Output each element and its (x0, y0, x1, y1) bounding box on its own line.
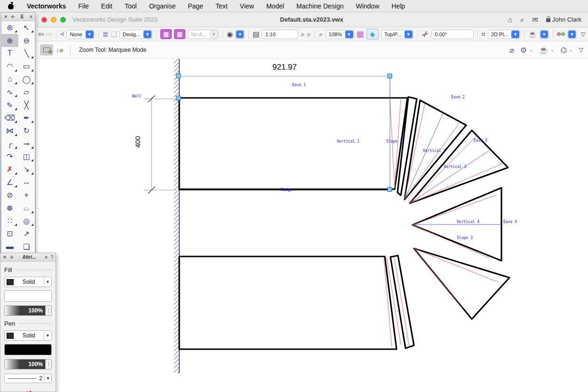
menu-tool[interactable]: Tool (125, 2, 137, 10)
layers-icon[interactable]: ≣ (103, 31, 109, 38)
saved-views-icon[interactable] (60, 31, 64, 38)
dots-vertical-icon[interactable]: ⋮ (45, 360, 51, 369)
marker-selector[interactable]: 8 (4, 390, 52, 392)
hamburger-icon[interactable]: ≡ (30, 14, 32, 19)
home-icon[interactable]: ⌂ (508, 16, 512, 24)
hamburger-icon[interactable]: ≡ (45, 255, 48, 260)
plus-icon[interactable]: ✛ (9, 255, 13, 260)
height-dimension-line[interactable] (144, 96, 177, 193)
menu-edit[interactable]: Edit (101, 2, 112, 10)
dots-vertical-icon[interactable]: ⋮ (45, 306, 51, 315)
pen-opacity-slider[interactable]: 100% ⋮ (4, 359, 52, 369)
plane-mode-dropdown[interactable]: 2D Pl... ▼ (488, 30, 520, 39)
fillet-tool[interactable]: ╭ (1, 137, 18, 150)
data-bar-icon[interactable]: ⌗ (482, 31, 485, 38)
pen-color-bar[interactable] (4, 344, 52, 355)
help-icon[interactable]: ? (50, 255, 53, 260)
stereo-glasses-icon[interactable] (557, 32, 565, 36)
width-dimension-line[interactable] (179, 76, 390, 188)
menu-organise[interactable]: Organise (149, 2, 176, 10)
render-options-teapot-icon[interactable]: ☕ (539, 46, 548, 55)
polygon-tool[interactable]: ⌂ (1, 73, 18, 86)
zoom-level-dropdown[interactable]: 108% ▼ (326, 30, 354, 39)
fill-style-dropdown[interactable]: Solid ▼ (4, 277, 52, 287)
plus-icon[interactable]: ✛ (10, 14, 14, 19)
slashed-magnifier-icon[interactable]: ⌀ (509, 46, 514, 55)
circle-tool[interactable]: ◯ (18, 73, 35, 86)
mail-icon[interactable]: ✉ (532, 16, 538, 24)
minimize-window-button[interactable] (51, 17, 56, 23)
delete-tool[interactable]: ✗ (1, 163, 18, 176)
layer-plane-icon[interactable]: ◈ (366, 29, 379, 40)
working-plane-axes-icon[interactable] (421, 31, 429, 38)
apple-menu-icon[interactable] (8, 2, 15, 9)
zoom-out-tool[interactable]: ⊖ (18, 34, 35, 47)
roof-panels[interactable] (179, 97, 509, 349)
view-dropdown[interactable]: Top/P... ▼ (381, 30, 413, 39)
center-mark-tool[interactable]: ⌖ (18, 189, 35, 201)
sheet-icon[interactable]: ❏ (111, 31, 117, 38)
layer-dropdown[interactable]: Desig... ▼ (119, 30, 152, 39)
trim-tool[interactable]: ╳ (18, 98, 35, 111)
eyedropper-tool[interactable]: ✒ (18, 112, 35, 124)
protractor-tool[interactable]: ⌓ (18, 201, 35, 214)
duplicate-tool[interactable]: ❏ (18, 240, 35, 253)
close-window-button[interactable] (41, 17, 47, 23)
fill-opacity-slider[interactable]: 100% ⋮ (4, 305, 52, 316)
search-icon[interactable]: ⌕ (520, 16, 524, 24)
angular-dimension-tool[interactable]: ∠ (1, 176, 18, 189)
close-icon[interactable]: ✕ (3, 255, 7, 260)
menu-vectorworks[interactable]: Vectorworks (27, 2, 66, 10)
fit-to-objects-icon[interactable]: ⌕ (307, 31, 311, 38)
menu-page[interactable]: Page (188, 2, 203, 10)
rectangle-tool[interactable]: ▭ (18, 60, 35, 72)
glasses-dropdown[interactable]: ▼ (567, 30, 577, 39)
class-options-grid-icon[interactable]: ▦ (357, 30, 364, 38)
text-tool[interactable]: T (1, 47, 18, 60)
eraser-tool[interactable]: ⌫ (1, 112, 18, 124)
zoom-window-button[interactable] (60, 17, 66, 23)
drill-pattern-tool[interactable]: ∷ (1, 215, 18, 227)
working-plane-tool[interactable]: ☸ (1, 201, 18, 214)
polyline-tool[interactable]: ∿ (1, 86, 18, 98)
line-tool[interactable]: ╲ (18, 47, 35, 60)
mirror-tool[interactable]: ⋈ (1, 124, 18, 137)
render-mode-dropdown[interactable]: ▼ (540, 30, 549, 39)
fill-color-bar[interactable] (4, 290, 52, 302)
extract-tool[interactable]: ◫ (18, 150, 35, 163)
user-account[interactable]: John Clark (546, 16, 581, 23)
freehand-tool[interactable]: ✎ (1, 98, 18, 111)
fit-to-page-icon[interactable]: ⌕ (301, 31, 304, 38)
menu-file[interactable]: File (78, 2, 89, 10)
mode-bar-overflow-icon[interactable]: ▽ (579, 47, 583, 53)
menu-text[interactable]: Text (215, 2, 228, 10)
surface-options-icon[interactable]: ⌬ (560, 46, 567, 55)
menu-model[interactable]: Model (266, 2, 284, 10)
scale-input[interactable]: 1:10 (262, 30, 298, 39)
pen-style-dropdown[interactable]: Solid ▼ (4, 330, 52, 341)
interactive-zoom-mode-button[interactable]: ↕⊖ (53, 44, 66, 56)
active-symbol-dropdown[interactable]: No A... ▼ (188, 30, 219, 39)
visibility-eye-icon[interactable]: ◉ (227, 31, 233, 38)
visibility-dropdown[interactable]: ▼ (235, 30, 245, 39)
wall-component-icon[interactable]: ▦ (174, 29, 185, 39)
back-icon[interactable]: ⇦ (38, 31, 44, 38)
render-mode-teapot-icon[interactable]: ☕ (528, 31, 537, 38)
slab-tool[interactable]: ▬ (1, 240, 18, 253)
close-icon[interactable]: ✕ (4, 14, 8, 19)
line-weight-dropdown[interactable]: 2 ▼ (4, 374, 52, 383)
flyover-tool[interactable]: ⊛ (1, 21, 18, 34)
menu-help[interactable]: Help (391, 2, 405, 10)
menu-view[interactable]: View (240, 2, 254, 10)
linear-dimension-tool[interactable]: ↔ (18, 176, 35, 189)
toolbar-overflow-icon[interactable]: ▽ (581, 32, 585, 37)
selection-tool[interactable]: ↖ (18, 21, 35, 34)
arc-tool[interactable]: ◠ (1, 60, 18, 72)
selection-handles[interactable] (176, 74, 392, 192)
rotate-tool[interactable]: ↻ (18, 124, 35, 137)
target-tool[interactable]: ◎ (18, 215, 35, 227)
menu-machine-design[interactable]: Machine Design (296, 2, 343, 10)
diameter-dimension-tool[interactable]: ⊘ (1, 189, 18, 201)
rotation-input[interactable]: 0.00° (431, 30, 474, 39)
marquee-zoom-mode-button[interactable] (40, 44, 53, 56)
